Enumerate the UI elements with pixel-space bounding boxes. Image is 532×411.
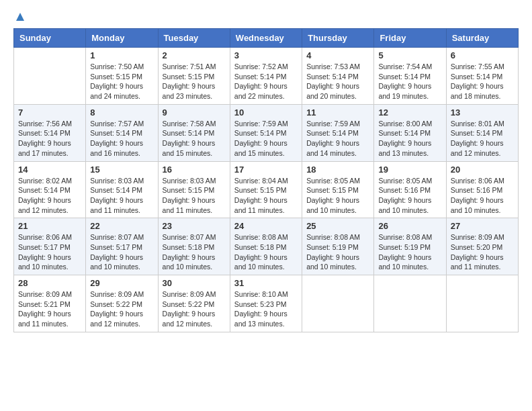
calendar-cell: 19Sunrise: 8:05 AM Sunset: 5:16 PM Dayli…: [374, 161, 446, 218]
week-row-5: 28Sunrise: 8:09 AM Sunset: 5:21 PM Dayli…: [14, 275, 519, 332]
calendar-cell: 7Sunrise: 7:56 AM Sunset: 5:14 PM Daylig…: [14, 104, 86, 161]
day-info: Sunrise: 7:59 AM Sunset: 5:14 PM Dayligh…: [306, 119, 369, 158]
day-info: Sunrise: 8:03 AM Sunset: 5:15 PM Dayligh…: [163, 176, 226, 216]
day-info: Sunrise: 7:56 AM Sunset: 5:14 PM Dayligh…: [18, 119, 81, 158]
calendar-table: SundayMondayTuesdayWednesdayThursdayFrid…: [13, 28, 519, 332]
day-info: Sunrise: 8:07 AM Sunset: 5:18 PM Dayligh…: [163, 232, 226, 272]
day-info: Sunrise: 7:52 AM Sunset: 5:14 PM Dayligh…: [234, 62, 298, 101]
day-info: Sunrise: 8:09 AM Sunset: 5:22 PM Dayligh…: [163, 289, 226, 329]
calendar-cell: 30Sunrise: 8:09 AM Sunset: 5:22 PM Dayli…: [158, 275, 230, 332]
calendar-cell: 31Sunrise: 8:10 AM Sunset: 5:23 PM Dayli…: [230, 275, 302, 332]
day-info: Sunrise: 8:08 AM Sunset: 5:19 PM Dayligh…: [378, 232, 441, 272]
logo: [13, 13, 25, 21]
day-info: Sunrise: 8:00 AM Sunset: 5:14 PM Dayligh…: [378, 119, 441, 158]
week-row-4: 21Sunrise: 8:06 AM Sunset: 5:17 PM Dayli…: [14, 218, 519, 275]
day-number: 14: [18, 165, 81, 175]
calendar-cell: 14Sunrise: 8:02 AM Sunset: 5:14 PM Dayli…: [14, 161, 86, 218]
calendar-cell: 23Sunrise: 8:07 AM Sunset: 5:18 PM Dayli…: [158, 218, 230, 275]
header-thursday: Thursday: [302, 29, 374, 48]
header-tuesday: Tuesday: [158, 29, 230, 48]
calendar-cell: 13Sunrise: 8:01 AM Sunset: 5:14 PM Dayli…: [446, 104, 518, 161]
day-info: Sunrise: 8:01 AM Sunset: 5:14 PM Dayligh…: [451, 119, 514, 158]
header-saturday: Saturday: [446, 29, 518, 48]
day-number: 22: [90, 221, 153, 231]
day-number: 25: [306, 221, 369, 231]
header-wednesday: Wednesday: [230, 29, 302, 48]
day-number: 26: [378, 221, 441, 231]
days-header-row: SundayMondayTuesdayWednesdayThursdayFrid…: [14, 29, 519, 48]
calendar-cell: 5Sunrise: 7:54 AM Sunset: 5:14 PM Daylig…: [374, 48, 446, 105]
day-info: Sunrise: 8:08 AM Sunset: 5:19 PM Dayligh…: [306, 232, 369, 272]
day-number: 17: [234, 165, 298, 175]
day-info: Sunrise: 7:54 AM Sunset: 5:14 PM Dayligh…: [378, 62, 441, 101]
calendar-cell: 17Sunrise: 8:04 AM Sunset: 5:15 PM Dayli…: [230, 161, 302, 218]
calendar-cell: 11Sunrise: 7:59 AM Sunset: 5:14 PM Dayli…: [302, 104, 374, 161]
calendar-cell: 29Sunrise: 8:09 AM Sunset: 5:22 PM Dayli…: [86, 275, 158, 332]
day-number: 5: [378, 50, 441, 60]
day-number: 2: [163, 50, 226, 60]
calendar-cell: 21Sunrise: 8:06 AM Sunset: 5:17 PM Dayli…: [14, 218, 86, 275]
day-info: Sunrise: 8:02 AM Sunset: 5:14 PM Dayligh…: [18, 176, 81, 216]
day-number: 31: [234, 278, 298, 288]
calendar-cell: 27Sunrise: 8:09 AM Sunset: 5:20 PM Dayli…: [446, 218, 518, 275]
day-info: Sunrise: 8:09 AM Sunset: 5:20 PM Dayligh…: [451, 232, 514, 272]
day-info: Sunrise: 8:08 AM Sunset: 5:18 PM Dayligh…: [234, 232, 298, 272]
day-info: Sunrise: 8:05 AM Sunset: 5:15 PM Dayligh…: [306, 176, 369, 216]
calendar-cell: 9Sunrise: 7:58 AM Sunset: 5:14 PM Daylig…: [158, 104, 230, 161]
header-friday: Friday: [374, 29, 446, 48]
svg-marker-0: [16, 13, 24, 21]
day-info: Sunrise: 8:03 AM Sunset: 5:14 PM Dayligh…: [90, 176, 153, 216]
day-info: Sunrise: 7:53 AM Sunset: 5:14 PM Dayligh…: [306, 62, 369, 101]
day-number: 24: [234, 221, 298, 231]
calendar-cell: 2Sunrise: 7:51 AM Sunset: 5:15 PM Daylig…: [158, 48, 230, 105]
calendar-cell: 28Sunrise: 8:09 AM Sunset: 5:21 PM Dayli…: [14, 275, 86, 332]
calendar-cell: 20Sunrise: 8:06 AM Sunset: 5:16 PM Dayli…: [446, 161, 518, 218]
calendar-cell: 10Sunrise: 7:59 AM Sunset: 5:14 PM Dayli…: [230, 104, 302, 161]
week-row-1: 1Sunrise: 7:50 AM Sunset: 5:15 PM Daylig…: [14, 48, 519, 105]
day-number: 8: [90, 107, 153, 118]
day-info: Sunrise: 7:50 AM Sunset: 5:15 PM Dayligh…: [90, 62, 153, 101]
day-number: 18: [306, 165, 369, 175]
day-number: 13: [451, 107, 514, 118]
page-header: [13, 13, 519, 21]
calendar-cell: 22Sunrise: 8:07 AM Sunset: 5:17 PM Dayli…: [86, 218, 158, 275]
calendar-cell: 24Sunrise: 8:08 AM Sunset: 5:18 PM Dayli…: [230, 218, 302, 275]
logo-triangle-icon: [15, 12, 25, 24]
calendar-cell: 12Sunrise: 8:00 AM Sunset: 5:14 PM Dayli…: [374, 104, 446, 161]
calendar-cell: 16Sunrise: 8:03 AM Sunset: 5:15 PM Dayli…: [158, 161, 230, 218]
day-number: 11: [306, 107, 369, 118]
calendar-cell: 25Sunrise: 8:08 AM Sunset: 5:19 PM Dayli…: [302, 218, 374, 275]
day-info: Sunrise: 8:06 AM Sunset: 5:16 PM Dayligh…: [451, 176, 514, 216]
day-info: Sunrise: 8:04 AM Sunset: 5:15 PM Dayligh…: [234, 176, 298, 216]
day-number: 27: [451, 221, 514, 231]
day-number: 15: [90, 165, 153, 175]
day-number: 3: [234, 50, 298, 60]
day-info: Sunrise: 7:57 AM Sunset: 5:14 PM Dayligh…: [90, 119, 153, 158]
header-sunday: Sunday: [14, 29, 86, 48]
day-info: Sunrise: 7:55 AM Sunset: 5:14 PM Dayligh…: [451, 62, 514, 101]
day-info: Sunrise: 8:09 AM Sunset: 5:21 PM Dayligh…: [18, 289, 81, 329]
day-number: 29: [90, 278, 153, 288]
calendar-cell: 18Sunrise: 8:05 AM Sunset: 5:15 PM Dayli…: [302, 161, 374, 218]
day-number: 1: [90, 50, 153, 60]
day-info: Sunrise: 7:59 AM Sunset: 5:14 PM Dayligh…: [234, 119, 298, 158]
calendar-cell: 8Sunrise: 7:57 AM Sunset: 5:14 PM Daylig…: [86, 104, 158, 161]
calendar-cell: 4Sunrise: 7:53 AM Sunset: 5:14 PM Daylig…: [302, 48, 374, 105]
week-row-3: 14Sunrise: 8:02 AM Sunset: 5:14 PM Dayli…: [14, 161, 519, 218]
day-number: 20: [451, 165, 514, 175]
week-row-2: 7Sunrise: 7:56 AM Sunset: 5:14 PM Daylig…: [14, 104, 519, 161]
day-number: 7: [18, 107, 81, 118]
day-number: 21: [18, 221, 81, 231]
day-number: 6: [451, 50, 514, 60]
calendar-cell: 6Sunrise: 7:55 AM Sunset: 5:14 PM Daylig…: [446, 48, 518, 105]
calendar-cell: 3Sunrise: 7:52 AM Sunset: 5:14 PM Daylig…: [230, 48, 302, 105]
day-number: 9: [163, 107, 226, 118]
calendar-cell: [14, 48, 86, 105]
day-number: 30: [163, 278, 226, 288]
calendar-cell: 1Sunrise: 7:50 AM Sunset: 5:15 PM Daylig…: [86, 48, 158, 105]
day-number: 23: [163, 221, 226, 231]
day-info: Sunrise: 7:51 AM Sunset: 5:15 PM Dayligh…: [163, 62, 226, 101]
day-info: Sunrise: 8:09 AM Sunset: 5:22 PM Dayligh…: [90, 289, 153, 329]
calendar-cell: [374, 275, 446, 332]
day-number: 19: [378, 165, 441, 175]
